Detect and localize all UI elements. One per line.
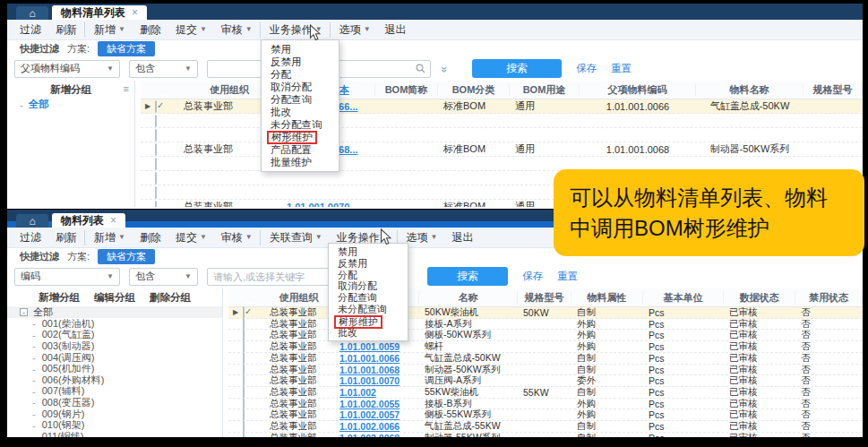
cell-code-link[interactable]: 1.01.002.0057 [334,409,419,420]
row-checkbox[interactable] [243,387,264,398]
column-header[interactable]: BOM简称 [375,83,438,97]
cell-bom-version-link[interactable]: 1.01.001.0070... [281,202,375,208]
toolbar-item[interactable]: 提交 ▼ [168,230,214,245]
save-link[interactable]: 保存 [522,270,543,283]
menu-item[interactable]: 未分配查询 [262,118,339,131]
row-checkbox[interactable] [243,307,264,318]
column-header[interactable]: 父项物料编码 [580,83,696,97]
table-row[interactable]: 总装事业部 1.01.002.0068 制动器-55KW系列 自制 Pcs 已审… [228,433,863,437]
home-tab[interactable]: ⌂ [16,6,48,20]
toolbar-item[interactable]: 过滤 [13,22,48,38]
toolbar-item[interactable]: 过滤 [13,230,48,245]
table-row[interactable]: ▶ 总装事业部 1.01.001.0066... 标准BOM 通用 1.01.0… [141,99,863,114]
cell-code-link[interactable]: 1.01.001.0068 [334,365,419,375]
cell-code-link[interactable]: 1.01.002.0068 [334,433,419,437]
group-tree-root[interactable]: - 全部 [7,99,134,110]
menu-item[interactable]: 分配 [329,270,408,281]
row-checkbox[interactable] [155,159,178,169]
row-checkbox[interactable] [155,101,178,112]
row-checkbox[interactable] [243,421,264,432]
toolbar-item[interactable]: 退出 [445,230,481,245]
toolbar-item[interactable]: 提交 ▼ [168,22,214,38]
table-row[interactable] [141,114,863,128]
group-tree-item[interactable]: - 006(外购材料) [7,374,222,386]
row-expand-arrow[interactable]: ▶ [228,309,243,316]
filter-op-select[interactable]: 包含 ▼ [129,60,198,78]
cell-code-link[interactable]: 1.01.002 [334,387,419,398]
home-tab[interactable]: ⌂ [16,214,48,228]
close-icon[interactable]: × [132,7,138,18]
close-icon[interactable]: × [110,215,116,226]
row-checkbox[interactable] [243,399,264,409]
group-tree-item[interactable]: - 004(调压阀) [7,352,222,364]
menu-item[interactable]: 禁用 [262,43,339,56]
column-header[interactable]: BOM分类 [438,83,510,97]
row-checkbox[interactable] [243,409,264,420]
menu-item[interactable]: 产品配置 [262,143,339,156]
toolbar-item[interactable]: 审核 ▼ [214,22,261,38]
filter-field-select[interactable]: 编码 ▼ [14,268,120,286]
toolbar-item[interactable]: 选项 ▼ [332,22,378,38]
filter-field-select[interactable]: 父项物料编码 ▼ [14,60,120,78]
search-button[interactable]: 搜索 [427,267,508,286]
toolbar-item[interactable]: 新增 ▼ [87,22,133,38]
row-checkbox[interactable] [243,353,264,364]
row-checkbox[interactable] [243,433,264,437]
row-checkbox[interactable] [243,330,264,340]
row-checkbox[interactable] [155,187,178,198]
search-button[interactable]: 搜索 [472,59,562,78]
group-action-button[interactable]: 编辑分组 [94,291,135,305]
scheme-chip[interactable]: 缺省方案 [98,41,155,56]
column-header[interactable]: 物料属性 [572,291,643,305]
group-tree-item[interactable]: - 011(铜线) [7,431,222,437]
cell-code-link[interactable]: 1.01.001.0059 [334,341,419,352]
menu-item[interactable]: 禁用 [329,246,408,258]
tab-material-list[interactable]: 物料列表 × [52,213,125,228]
menu-item[interactable]: 分配 [262,68,339,81]
cell-code-link[interactable]: 1.01.002.0066 [334,421,419,432]
toolbar-item[interactable]: 删除 [133,230,168,245]
toolbar-item[interactable]: 刷新 [48,230,85,245]
scheme-chip[interactable]: 缺省方案 [98,249,155,264]
add-group-button[interactable]: 新增分组 [50,83,91,97]
menu-item[interactable]: 反禁用 [262,56,339,68]
row-checkbox[interactable] [243,365,264,375]
menu-item[interactable]: 批改 [262,106,339,118]
toolbar-item[interactable]: 关联查询 ▼ [262,230,330,245]
menu-item[interactable]: 反禁用 [329,258,408,270]
menu-item[interactable]: 取消分配 [262,81,339,93]
menu-item[interactable]: 分配查询 [329,292,408,304]
group-action-button[interactable]: 删除分组 [150,291,191,305]
save-link[interactable]: 保存 [576,62,597,75]
menu-item[interactable]: 树形维护 [262,131,339,143]
column-header[interactable]: 名称 [419,291,518,305]
menu-item[interactable]: 取消分配 [329,280,408,292]
filter-op-select[interactable]: 包含 ▼ [129,268,198,286]
row-checkbox[interactable] [155,130,178,141]
row-checkbox[interactable] [243,341,264,352]
group-tree-item[interactable]: - 002(气缸盖) [7,330,222,341]
row-checkbox[interactable] [155,116,178,126]
row-checkbox[interactable] [155,202,178,208]
group-tree-item[interactable]: - 008(变压器) [7,397,222,408]
column-header[interactable]: 基本单位 [643,291,724,305]
column-header[interactable]: 物料名称 [696,83,804,97]
group-tree-item[interactable]: - 007(辅料) [7,386,222,398]
toolbar-item[interactable]: 新增 ▼ [87,230,133,245]
cell-code-link[interactable]: 1.01.001.0070 [334,375,419,386]
row-checkbox[interactable] [243,375,264,386]
group-tree-item[interactable]: - 001(柴油机) [7,318,222,330]
group-action-button[interactable]: 新增分组 [39,291,80,305]
panel-menu-icon[interactable]: ≡ [124,83,129,94]
group-tree-item[interactable]: - 010(钢架) [7,419,222,431]
menu-item[interactable]: 未分配查询 [329,304,408,315]
collapse-box-icon[interactable]: - [20,308,28,316]
column-header[interactable]: 规格型号 [518,291,572,305]
column-header[interactable]: 规格型号 [804,83,863,97]
toolbar-item[interactable]: 刷新 [48,22,85,38]
column-header[interactable]: 使用组织 [264,291,334,305]
row-checkbox[interactable] [155,173,178,184]
table-row[interactable]: 总装事业部 1.01.001.0068... 标准BOM 通用 1.01.001… [141,142,863,157]
menu-item[interactable]: 批量维护 [262,156,339,168]
group-tree-root[interactable]: - 全部 [7,306,222,318]
